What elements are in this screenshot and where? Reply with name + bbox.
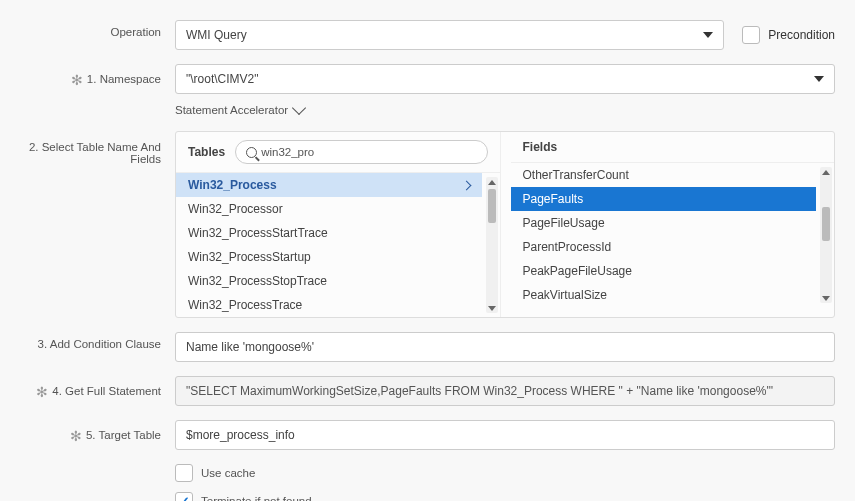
scroll-up-icon	[488, 180, 496, 185]
condition-input[interactable]: Name like 'mongoose%'	[175, 332, 835, 362]
table-row[interactable]: Win32_ProcessStopTrace	[176, 269, 482, 293]
field-row[interactable]: PageFileUsage	[511, 211, 817, 235]
label-operation: Operation	[10, 20, 175, 38]
search-icon	[246, 147, 257, 158]
label-target-table: ✻5. Target Table	[10, 420, 175, 442]
table-row[interactable]: Win32_Process	[176, 173, 482, 197]
scroll-up-icon	[822, 170, 830, 175]
fields-scrollbar[interactable]	[820, 167, 832, 303]
use-cache-label: Use cache	[201, 467, 255, 479]
label-tables-fields: 2. Select Table Name And Fields	[10, 131, 175, 165]
target-table-input[interactable]: $more_process_info	[175, 420, 835, 450]
field-row[interactable]: ParentProcessId	[511, 235, 817, 259]
required-icon: ✻	[36, 384, 48, 400]
operation-value: WMI Query	[186, 28, 247, 42]
required-icon: ✻	[70, 428, 82, 444]
scroll-down-icon	[822, 296, 830, 301]
operation-select[interactable]: WMI Query	[175, 20, 724, 50]
scroll-thumb[interactable]	[488, 189, 496, 223]
namespace-value: "\root\CIMV2"	[186, 72, 259, 86]
namespace-select[interactable]: "\root\CIMV2"	[175, 64, 835, 94]
statement-accelerator-toggle[interactable]: Statement Accelerator	[175, 104, 304, 116]
tables-header: Tables	[188, 145, 225, 159]
chevron-down-icon	[292, 101, 306, 115]
label-condition: 3. Add Condition Clause	[10, 332, 175, 350]
tables-scrollbar[interactable]	[486, 177, 498, 313]
label-full-statement: ✻4. Get Full Statement	[10, 376, 175, 398]
scroll-down-icon	[488, 306, 496, 311]
scroll-thumb[interactable]	[822, 207, 830, 241]
fields-header: Fields	[523, 140, 558, 154]
precondition-checkbox[interactable]	[742, 26, 760, 44]
full-statement-field: "SELECT MaximumWorkingSetSize,PageFaults…	[175, 376, 835, 406]
label-namespace: ✻1. Namespace	[10, 64, 175, 86]
field-row[interactable]: OtherTransferCount	[511, 163, 817, 187]
table-row[interactable]: Win32_Processor	[176, 197, 482, 221]
chevron-down-icon	[703, 32, 713, 38]
chevron-right-icon	[461, 180, 471, 190]
precondition-label: Precondition	[768, 28, 835, 42]
terminate-checkbox[interactable]	[175, 492, 193, 501]
field-row[interactable]: PeakVirtualSize	[511, 283, 817, 307]
use-cache-checkbox[interactable]	[175, 464, 193, 482]
field-row[interactable]: PageFaults	[511, 187, 817, 211]
table-row[interactable]: Win32_ProcessStartTrace	[176, 221, 482, 245]
required-icon: ✻	[71, 72, 83, 88]
chevron-down-icon	[814, 76, 824, 82]
terminate-label: Terminate if not found	[201, 495, 312, 501]
field-row[interactable]: PeakPageFileUsage	[511, 259, 817, 283]
tables-fields-panel: Tables win32_pro Win32_Process Win32_Pro…	[175, 131, 835, 318]
table-row[interactable]: Win32_ProcessTrace	[176, 293, 482, 317]
table-row[interactable]: Win32_ProcessStartup	[176, 245, 482, 269]
table-search-input[interactable]: win32_pro	[235, 140, 487, 164]
